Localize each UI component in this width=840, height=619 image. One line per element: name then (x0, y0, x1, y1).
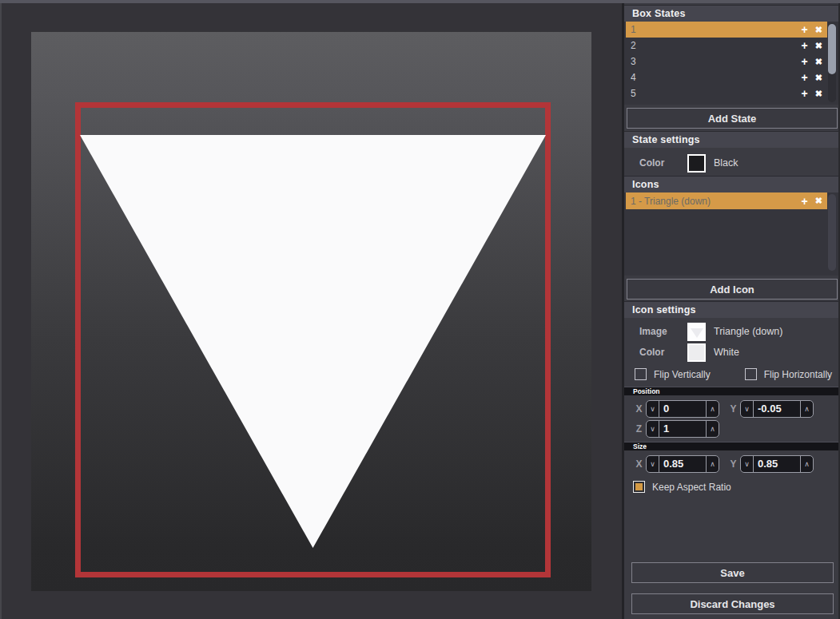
sidebar: Box States 1 + ✖ 2 + ✖ 3 + ✖ 4 + ✖ 5 + ✖… (624, 3, 838, 619)
size-x-label: X (634, 458, 644, 470)
position-y-label: Y (728, 403, 738, 415)
flip-row: Flip Vertically Flip Horizontally (624, 368, 838, 380)
position-y-stepper[interactable]: ∨ -0.05 ∧ (740, 400, 814, 418)
state-settings-header: State settings (624, 131, 838, 148)
preview-pane (2, 3, 622, 619)
increment-icon[interactable]: ∧ (800, 456, 813, 472)
position-z-label: Z (634, 423, 644, 434)
flip-horizontal-checkbox[interactable] (745, 368, 757, 380)
list-item-label: 1 - Triangle (down) (631, 196, 802, 207)
delete-row-icon[interactable]: ✖ (815, 73, 822, 83)
icon-image-label: Image (639, 326, 678, 337)
add-row-icon[interactable]: + (802, 71, 808, 84)
delete-row-icon[interactable]: ✖ (815, 89, 822, 99)
delete-row-icon[interactable]: ✖ (815, 25, 822, 35)
list-item[interactable]: 4 + ✖ (626, 69, 827, 85)
size-x-stepper[interactable]: ∨ 0.85 ∧ (646, 455, 719, 473)
list-item[interactable]: 5 + ✖ (626, 85, 827, 101)
position-x-stepper[interactable]: ∨ 0 ∧ (646, 400, 719, 418)
icon-color-swatch[interactable] (687, 343, 706, 362)
list-item-label: 5 (631, 88, 802, 99)
size-y-stepper[interactable]: ∨ 0.85 ∧ (740, 455, 814, 473)
flip-vertical-checkbox[interactable] (635, 368, 647, 380)
increment-icon[interactable]: ∧ (706, 456, 719, 472)
state-color-row: Color Black (639, 153, 838, 173)
icon-color-label: Color (639, 347, 678, 358)
icon-image-swatch[interactable] (687, 323, 706, 341)
flip-vertical-label: Flip Vertically (654, 369, 711, 380)
flip-horizontal-label: Flip Horizontally (764, 369, 832, 380)
position-x-value[interactable]: 0 (659, 401, 706, 417)
icon-settings-header: Icon settings (624, 301, 838, 318)
decrement-icon[interactable]: ∨ (647, 456, 659, 472)
increment-icon[interactable]: ∧ (706, 421, 719, 437)
flip-vertical-group: Flip Vertically (635, 368, 711, 380)
list-item-label: 3 (631, 56, 802, 67)
box-states-header: Box States (624, 5, 838, 22)
list-item-label: 1 (631, 24, 802, 35)
icon-color-row: Color White (639, 343, 838, 362)
add-row-icon[interactable]: + (802, 87, 808, 100)
icon-image-value: Triangle (down) (714, 326, 782, 337)
preview-canvas[interactable] (31, 32, 591, 591)
list-item[interactable]: 1 + ✖ (626, 22, 827, 38)
delete-row-icon[interactable]: ✖ (815, 41, 822, 51)
save-button[interactable]: Save (631, 562, 834, 583)
position-z-row: Z ∨ 1 ∧ (634, 420, 838, 438)
decrement-icon[interactable]: ∨ (647, 401, 659, 417)
triangle-down-icon (691, 328, 703, 338)
keep-aspect-label: Keep Aspect Ratio (652, 482, 731, 493)
keep-aspect-checkbox[interactable] (633, 481, 645, 493)
size-xy-row: X ∨ 0.85 ∧ Y ∨ 0.85 ∧ (634, 455, 838, 473)
state-color-label: Color (639, 157, 678, 169)
position-z-value[interactable]: 1 (659, 421, 706, 437)
size-y-value[interactable]: 0.85 (754, 456, 800, 472)
list-item[interactable]: 1 - Triangle (down) + ✖ (626, 192, 827, 209)
list-item[interactable]: 2 + ✖ (626, 38, 827, 54)
list-item[interactable]: 3 + ✖ (626, 54, 827, 69)
add-row-icon[interactable]: + (802, 55, 808, 68)
add-row-icon[interactable]: + (802, 195, 808, 208)
list-item-label: 4 (631, 72, 802, 83)
add-row-icon[interactable]: + (802, 39, 808, 52)
flip-horizontal-group: Flip Horizontally (745, 368, 832, 380)
scrollbar-thumb[interactable] (828, 24, 836, 74)
decrement-icon[interactable]: ∨ (741, 401, 754, 417)
state-color-value: Black (714, 157, 738, 169)
editor-window: Box States 1 + ✖ 2 + ✖ 3 + ✖ 4 + ✖ 5 + ✖… (0, 0, 840, 619)
size-y-label: Y (728, 458, 738, 470)
increment-icon[interactable]: ∧ (800, 401, 813, 417)
icons-list: 1 - Triangle (down) + ✖ (624, 192, 838, 276)
position-z-stepper[interactable]: ∨ 1 ∧ (646, 420, 719, 438)
decrement-icon[interactable]: ∨ (741, 456, 754, 472)
decrement-icon[interactable]: ∨ (647, 421, 659, 437)
size-x-value[interactable]: 0.85 (659, 456, 706, 472)
increment-icon[interactable]: ∧ (706, 401, 719, 417)
discard-changes-button[interactable]: Discard Changes (631, 593, 834, 614)
icons-scrollbar[interactable] (828, 194, 836, 271)
position-xy-row: X ∨ 0 ∧ Y ∨ -0.05 ∧ (634, 400, 838, 418)
box-states-list: 1 + ✖ 2 + ✖ 3 + ✖ 4 + ✖ 5 + ✖ (624, 22, 838, 105)
icon-color-value: White (714, 347, 739, 358)
size-section-header: Size (624, 442, 838, 450)
state-color-swatch[interactable] (687, 154, 706, 173)
delete-row-icon[interactable]: ✖ (815, 57, 822, 67)
add-icon-button[interactable]: Add Icon (627, 279, 838, 300)
list-item-label: 2 (631, 40, 802, 51)
position-y-value[interactable]: -0.05 (754, 401, 800, 417)
position-x-label: X (634, 403, 644, 415)
box-states-scrollbar[interactable] (828, 23, 836, 102)
add-row-icon[interactable]: + (802, 23, 808, 36)
position-section-header: Position (624, 387, 838, 395)
icon-image-row: Image Triangle (down) (639, 322, 838, 341)
icons-header: Icons (624, 176, 838, 192)
add-state-button[interactable]: Add State (627, 108, 838, 129)
keep-aspect-group: Keep Aspect Ratio (633, 481, 838, 493)
delete-row-icon[interactable]: ✖ (815, 196, 822, 206)
